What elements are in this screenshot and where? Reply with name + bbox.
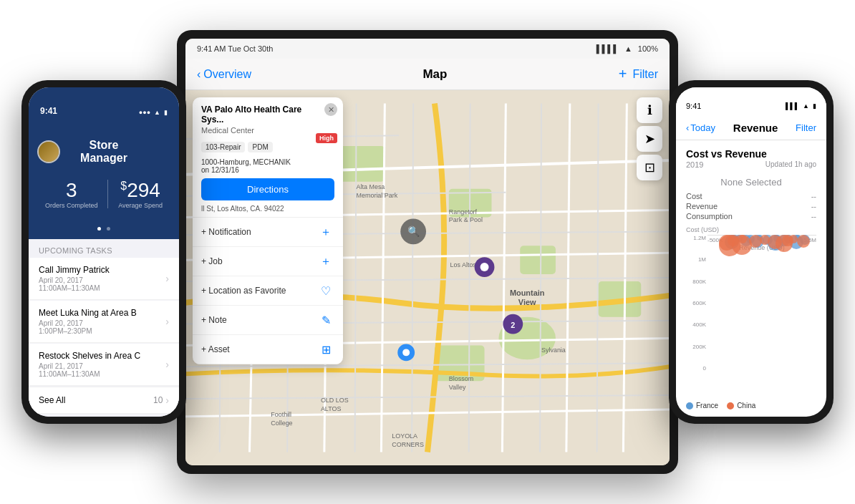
- see-all-row[interactable]: See All 10 ›: [29, 387, 179, 414]
- right-back-label: Today: [690, 122, 715, 133]
- right-nav-title: Revenue: [733, 122, 778, 134]
- task-1-title: Call Jimmy Patrick: [39, 265, 110, 275]
- task-1-info: Call Jimmy Patrick April 20, 2017 11:00A…: [39, 265, 110, 292]
- popup-action-asset[interactable]: + Asset ⊞: [193, 335, 343, 364]
- popup-action-favorite-label: + Location as Favorite: [201, 286, 286, 296]
- phone-left-screen: 9:41 ●●● ▲ ▮ Store Manager 3 Orders: [29, 87, 179, 417]
- left-wifi-icon: ▲: [154, 109, 160, 116]
- legend-china: China: [727, 402, 755, 410]
- layers-control-button[interactable]: ⊡: [637, 155, 662, 180]
- svg-point-30: [402, 349, 410, 356]
- chart-legend: France China: [686, 402, 816, 410]
- metric-cost: Cost --: [686, 192, 816, 200]
- tablet-back-button[interactable]: ‹ Overview: [197, 68, 251, 81]
- phone-header: Store Manager: [29, 119, 179, 173]
- scene: 9:41 AM Tue Oct 30th ▌▌▌▌ ▲ 100% ‹ Overv…: [0, 0, 855, 504]
- svg-text:OLD LOS: OLD LOS: [321, 397, 349, 404]
- chevron-left-icon-right: ‹: [686, 122, 689, 133]
- popup-action-notification[interactable]: + Notification ＋: [193, 218, 343, 247]
- popup-subtitle: Medical Center: [201, 126, 334, 135]
- svg-text:2: 2: [511, 321, 515, 329]
- note-icon: ✎: [317, 311, 334, 329]
- svg-text:Los Altos: Los Altos: [450, 261, 477, 268]
- tasks-section-header: Upcoming Tasks: [29, 239, 179, 258]
- svg-text:Memorial Park: Memorial Park: [357, 192, 398, 199]
- task-item-3[interactable]: Restock Shelves in Area C April 21, 2017…: [29, 344, 179, 386]
- chart-title: Cost vs Revenue: [686, 148, 767, 160]
- scatter-plot-wrapper: 1.2M 1M 800K 600K 400K 200K 0: [707, 235, 816, 386]
- metric-consumption-label: Consumption: [686, 212, 733, 220]
- legend-france-label: France: [696, 402, 718, 410]
- popup-action-notification-label: + Notification: [201, 227, 251, 237]
- chart-updated: Updated 1h ago: [765, 160, 816, 168]
- right-status-bar: 9:41 ▌▌▌ ▲ ▮: [676, 87, 826, 119]
- legend-france-dot: [686, 402, 693, 410]
- store-manager-title: Store Manager: [66, 139, 142, 165]
- phone-right-screen: 9:41 ▌▌▌ ▲ ▮ ‹ Today Revenue Filter: [676, 87, 826, 417]
- right-nav-bar: ‹ Today Revenue Filter: [676, 119, 826, 140]
- task-3-time: 11:00AM–11:30AM: [39, 370, 140, 378]
- svg-text:Rangetorf: Rangetorf: [449, 208, 478, 215]
- task-item-1[interactable]: Call Jimmy Patrick April 20, 2017 11:00A…: [29, 258, 179, 300]
- metric-cost-value: --: [811, 192, 816, 200]
- svg-text:Valley: Valley: [449, 384, 466, 391]
- tablet-signal: ▌▌▌▌: [596, 44, 619, 53]
- chart-selected-label: None Selected: [686, 177, 816, 188]
- task-3-info: Restock Shelves in Area C April 21, 2017…: [39, 351, 140, 378]
- popup-high-badge: High: [316, 133, 337, 143]
- orders-count: 3: [45, 179, 98, 202]
- customers-section: Recent Customers See All (22): [29, 414, 179, 417]
- popup-close-button[interactable]: ✕: [324, 103, 337, 116]
- directions-button[interactable]: Directions: [201, 178, 334, 200]
- map-container[interactable]: Mountain View Los Altos Alta Mesa Memori…: [185, 90, 670, 465]
- svg-text:Mountain: Mountain: [510, 289, 545, 297]
- svg-text:Alta Mesa: Alta Mesa: [357, 183, 385, 190]
- left-status-bar: 9:41 ●●● ▲ ▮: [29, 87, 179, 119]
- tablet-screen: 9:41 AM Tue Oct 30th ▌▌▌▌ ▲ 100% ‹ Overv…: [185, 39, 670, 465]
- right-wifi-icon: ▲: [803, 102, 809, 110]
- popup-action-note[interactable]: + Note ✎: [193, 306, 343, 335]
- chart-section: Cost vs Revenue 2019 Updated 1h ago None…: [676, 140, 826, 417]
- scatter-dot-cn-big: [719, 235, 740, 256]
- y-label-6: 200K: [692, 344, 706, 350]
- y-axis-label: Cost (USD): [686, 226, 816, 233]
- location-popup: VA Palo Alto Health Care Sys... Medical …: [193, 97, 343, 364]
- tablet-wifi-icon: ▲: [624, 44, 632, 53]
- plus-icon[interactable]: +: [619, 66, 627, 82]
- svg-text:College: College: [271, 420, 292, 427]
- task-3-title: Restock Shelves in Area C: [39, 351, 140, 361]
- tablet-nav-bar: ‹ Overview Map + Filter: [185, 59, 670, 90]
- y-label-1: 1.2M: [693, 235, 706, 241]
- see-all-chevron: ›: [165, 394, 169, 406]
- left-battery-icon: ▮: [164, 109, 168, 116]
- y-label-2: 1M: [698, 256, 706, 263]
- legend-france: France: [686, 402, 718, 410]
- orders-stat: 3 Orders Completed: [45, 179, 98, 209]
- filter-button[interactable]: Filter: [632, 68, 658, 81]
- dollar-sign: $: [120, 180, 127, 192]
- svg-text:View: View: [518, 298, 536, 306]
- chevron-left-icon: ‹: [197, 68, 201, 81]
- task-2-time: 1:00PM–2:30PM: [39, 327, 137, 335]
- task-item-2[interactable]: Meet Luka Ning at Area B April 20, 2017 …: [29, 301, 179, 343]
- metric-revenue-value: --: [811, 202, 816, 210]
- svg-text:ALTOS: ALTOS: [321, 405, 342, 412]
- right-battery-icon: ▮: [813, 102, 816, 110]
- map-background: Mountain View Los Altos Alta Mesa Memori…: [185, 90, 670, 465]
- right-status-icons: ▌▌▌ ▲ ▮: [786, 102, 816, 110]
- svg-point-24: [480, 263, 489, 271]
- legend-china-dot: [727, 402, 734, 410]
- chart-metrics: Cost -- Revenue -- Consumption --: [686, 192, 816, 220]
- right-filter-button[interactable]: Filter: [796, 122, 816, 133]
- metric-revenue: Revenue --: [686, 202, 816, 210]
- info-control-button[interactable]: ℹ: [637, 97, 662, 123]
- svg-text:Blossom: Blossom: [449, 375, 473, 382]
- popup-tags: 103-Repair PDM High: [193, 139, 343, 155]
- popup-action-job[interactable]: + Job ＋: [193, 247, 343, 276]
- dot-2: [107, 227, 110, 231]
- tablet-status-bar: 9:41 AM Tue Oct 30th ▌▌▌▌ ▲ 100%: [185, 39, 670, 59]
- location-control-button[interactable]: ➤: [637, 126, 662, 152]
- tablet-title: Map: [422, 67, 447, 82]
- right-back-button[interactable]: ‹ Today: [686, 122, 715, 133]
- popup-action-favorite[interactable]: + Location as Favorite ♡: [193, 276, 343, 306]
